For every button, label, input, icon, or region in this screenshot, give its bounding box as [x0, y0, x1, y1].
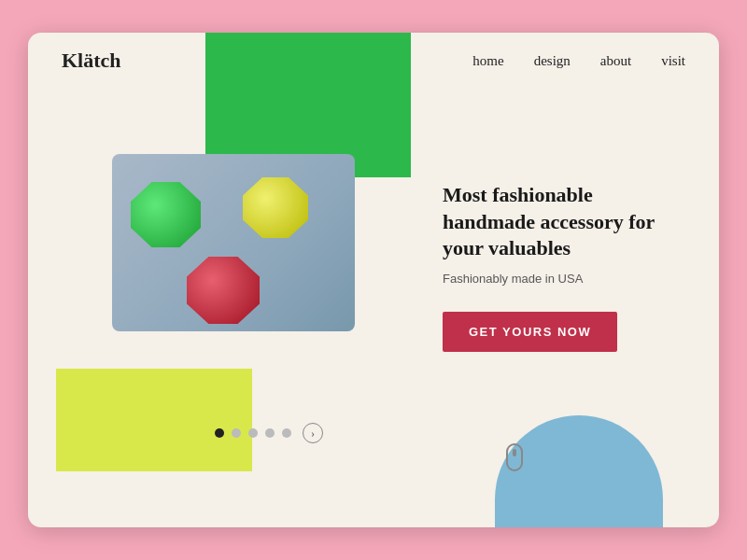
scroll-indicator [506, 443, 523, 471]
carousel-dot-5[interactable] [282, 428, 291, 438]
hero-headline: Most fashionable handmade accessory for … [443, 182, 685, 262]
carousel-dots: › [215, 423, 323, 443]
scroll-dot [513, 449, 516, 456]
cta-button[interactable]: GET YOURS NOW [443, 312, 617, 352]
gem-red [187, 257, 260, 324]
nav-link-design[interactable]: design [534, 53, 571, 68]
nav-link-visit[interactable]: visit [661, 53, 685, 68]
logo[interactable]: Klätch [62, 49, 121, 73]
content-right: Most fashionable handmade accessory for … [443, 182, 685, 352]
gem-yellow [243, 177, 308, 238]
nav-item-about[interactable]: about [600, 52, 631, 69]
carousel-dot-2[interactable] [232, 428, 241, 438]
nav-link-home[interactable]: home [472, 53, 503, 68]
carousel-dot-3[interactable] [248, 428, 258, 438]
carousel-dot-4[interactable] [265, 428, 275, 438]
product-image-area [84, 98, 439, 415]
carousel-next-button[interactable]: › [303, 423, 323, 443]
nav-link-about[interactable]: about [600, 53, 631, 68]
product-box [103, 135, 364, 350]
navbar: Klätch home design about visit [28, 33, 719, 89]
nav-item-home[interactable]: home [472, 52, 503, 69]
nav-links: home design about visit [472, 52, 685, 69]
box-face [112, 154, 355, 331]
hero-subheadline: Fashionably made in USA [443, 272, 685, 286]
browser-frame: Klätch home design about visit [28, 33, 719, 527]
carousel-dot-1[interactable] [215, 428, 224, 438]
nav-item-design[interactable]: design [534, 52, 571, 69]
chevron-right-icon: › [311, 427, 315, 441]
blue-circle-block [495, 415, 663, 527]
gem-green [131, 182, 201, 247]
scroll-icon [506, 443, 523, 471]
nav-item-visit[interactable]: visit [661, 52, 685, 69]
